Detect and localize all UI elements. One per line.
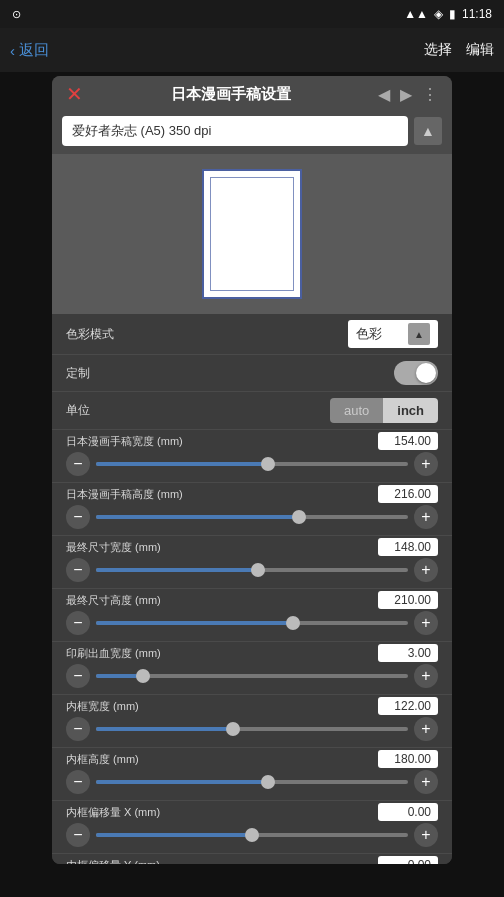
slider-plus-7[interactable]: + [414, 823, 438, 847]
slider-minus-4[interactable]: − [66, 664, 90, 688]
slider-row-0: 日本漫画手稿宽度 (mm) 154.00 − + [52, 430, 452, 483]
slider-plus-4[interactable]: + [414, 664, 438, 688]
slider-val-0: 154.00 [378, 432, 438, 450]
dropdown-arrow-icon: ▲ [408, 323, 430, 345]
slider-plus-0[interactable]: + [414, 452, 438, 476]
slider-row-4: 印刷出血宽度 (mm) 3.00 − + [52, 642, 452, 695]
slider-minus-5[interactable]: − [66, 717, 90, 741]
unit-auto-button[interactable]: auto [330, 398, 383, 423]
modal-dialog: ✕ 日本漫画手稿设置 ◀ ▶ ⋮ 爱好者杂志 (A5) 350 dpi ▲ 色彩… [52, 76, 452, 864]
toggle-knob [416, 363, 436, 383]
status-bar: ⊙ ▲▲ ◈ ▮ 11:18 [0, 0, 504, 28]
battery-icon: ▮ [449, 7, 456, 21]
back-button[interactable]: ‹ 返回 [10, 41, 49, 60]
slider-track-4[interactable] [96, 674, 408, 678]
slider-track-0[interactable] [96, 462, 408, 466]
unit-inch-button[interactable]: inch [383, 398, 438, 423]
slider-thumb-3 [286, 616, 300, 630]
slider-thumb-1 [292, 510, 306, 524]
customize-label: 定制 [66, 365, 394, 382]
customize-row: 定制 [52, 355, 452, 392]
slider-label-8: 内框偏移量 Y (mm) [66, 858, 378, 865]
more-icon[interactable]: ⋮ [422, 85, 438, 104]
slider-label-3: 最终尺寸高度 (mm) [66, 593, 378, 608]
slider-thumb-2 [251, 563, 265, 577]
slider-row-1: 日本漫画手稿高度 (mm) 216.00 − + [52, 483, 452, 536]
slider-fill-1 [96, 515, 299, 519]
preset-row: 爱好者杂志 (A5) 350 dpi ▲ [52, 112, 452, 154]
slider-plus-2[interactable]: + [414, 558, 438, 582]
slider-row-6: 内框高度 (mm) 180.00 − + [52, 748, 452, 801]
status-left: ⊙ [12, 8, 21, 21]
close-icon[interactable]: ✕ [66, 84, 83, 104]
slider-thumb-6 [261, 775, 275, 789]
slider-row-7: 内框偏移量 X (mm) 0.00 − + [52, 801, 452, 854]
slider-val-1: 216.00 [378, 485, 438, 503]
top-nav: ‹ 返回 选择 编辑 [0, 28, 504, 72]
next-icon[interactable]: ▶ [400, 85, 412, 104]
slider-track-7[interactable] [96, 833, 408, 837]
slider-fill-3 [96, 621, 293, 625]
slider-label-1: 日本漫画手稿高度 (mm) [66, 487, 378, 502]
slider-track-5[interactable] [96, 727, 408, 731]
preset-select[interactable]: 爱好者杂志 (A5) 350 dpi [62, 116, 408, 146]
slider-row-2: 最终尺寸宽度 (mm) 148.00 − + [52, 536, 452, 589]
slider-minus-6[interactable]: − [66, 770, 90, 794]
page-preview [202, 169, 302, 299]
color-mode-label: 色彩模式 [66, 326, 348, 343]
slider-val-7: 0.00 [378, 803, 438, 821]
clock: 11:18 [462, 7, 492, 21]
preset-arrow-up[interactable]: ▲ [414, 117, 442, 145]
slider-label-7: 内框偏移量 X (mm) [66, 805, 378, 820]
slider-minus-0[interactable]: − [66, 452, 90, 476]
slider-fill-7 [96, 833, 252, 837]
slider-row-3: 最终尺寸高度 (mm) 210.00 − + [52, 589, 452, 642]
slider-val-3: 210.00 [378, 591, 438, 609]
slider-thumb-0 [261, 457, 275, 471]
nav-right: 选择 编辑 [424, 41, 494, 59]
select-label[interactable]: 选择 [424, 41, 452, 59]
slider-minus-3[interactable]: − [66, 611, 90, 635]
back-label: 返回 [19, 41, 49, 60]
slider-fill-0 [96, 462, 268, 466]
status-right: ▲▲ ◈ ▮ 11:18 [404, 7, 492, 21]
modal-nav-right: ◀ ▶ ⋮ [378, 85, 438, 104]
modal-header: ✕ 日本漫画手稿设置 ◀ ▶ ⋮ [52, 76, 452, 112]
signal-icon: ▲▲ [404, 7, 428, 21]
slider-plus-5[interactable]: + [414, 717, 438, 741]
slider-plus-1[interactable]: + [414, 505, 438, 529]
back-icon: ‹ [10, 42, 15, 59]
slider-track-3[interactable] [96, 621, 408, 625]
customize-toggle[interactable] [394, 361, 438, 385]
modal-title: 日本漫画手稿设置 [83, 85, 378, 104]
prev-icon[interactable]: ◀ [378, 85, 390, 104]
slider-val-2: 148.00 [378, 538, 438, 556]
slider-fill-6 [96, 780, 268, 784]
slider-label-2: 最终尺寸宽度 (mm) [66, 540, 378, 555]
slider-track-6[interactable] [96, 780, 408, 784]
color-mode-dropdown[interactable]: 色彩 ▲ [348, 320, 438, 348]
color-mode-value: 色彩 [356, 325, 382, 343]
slider-minus-2[interactable]: − [66, 558, 90, 582]
wifi-icon: ◈ [434, 7, 443, 21]
slider-val-5: 122.00 [378, 697, 438, 715]
slider-fill-2 [96, 568, 258, 572]
slider-thumb-7 [245, 828, 259, 842]
slider-thumb-4 [136, 669, 150, 683]
edit-label[interactable]: 编辑 [466, 41, 494, 59]
slider-label-6: 内框高度 (mm) [66, 752, 378, 767]
slider-plus-6[interactable]: + [414, 770, 438, 794]
slider-minus-7[interactable]: − [66, 823, 90, 847]
unit-label: 单位 [66, 402, 330, 419]
unit-row: 单位 auto inch [52, 392, 452, 430]
slider-minus-1[interactable]: − [66, 505, 90, 529]
slider-label-5: 内框宽度 (mm) [66, 699, 378, 714]
sliders-container: 日本漫画手稿宽度 (mm) 154.00 − + 日本漫画手稿高度 (mm) 2… [52, 430, 452, 864]
slider-label-4: 印刷出血宽度 (mm) [66, 646, 378, 661]
slider-plus-3[interactable]: + [414, 611, 438, 635]
slider-row-5: 内框宽度 (mm) 122.00 − + [52, 695, 452, 748]
page-inner [210, 177, 294, 291]
status-icon: ⊙ [12, 8, 21, 21]
slider-track-2[interactable] [96, 568, 408, 572]
slider-track-1[interactable] [96, 515, 408, 519]
